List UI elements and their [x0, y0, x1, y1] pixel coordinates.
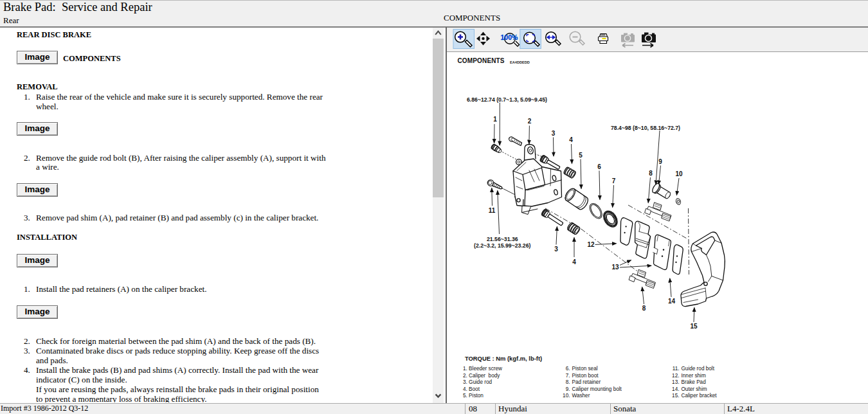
svg-text:8: 8 — [649, 170, 653, 177]
svg-text:100%: 100% — [501, 33, 519, 41]
svg-text:7: 7 — [612, 177, 616, 184]
svg-text:78.4~98 (8~10, 58.16~72.7): 78.4~98 (8~10, 58.16~72.7) — [611, 125, 680, 131]
svg-text:7.: 7. — [566, 373, 570, 379]
svg-text:2. Caliper body: 2. Caliper body — [463, 373, 500, 379]
svg-text:TORQUE : Nm (kgf.m, lb-ft): TORQUE : Nm (kgf.m, lb-ft) — [465, 355, 542, 362]
svg-text:EA4DDEDD: EA4DDEDD — [510, 60, 530, 64]
svg-text:3. Guide rod: 3. Guide rod — [463, 379, 493, 385]
svg-text:4. Boot: 4. Boot — [463, 386, 480, 392]
svg-text:COMPONENTS: COMPONENTS — [458, 57, 505, 64]
svg-text:Guide rod bolt: Guide rod bolt — [682, 366, 715, 372]
svg-text:2: 2 — [528, 118, 532, 125]
svg-text:4: 4 — [572, 258, 576, 266]
svg-text:Inner shim: Inner shim — [682, 373, 706, 379]
svg-text:Pad retainer: Pad retainer — [572, 379, 601, 385]
svg-text:Washer: Washer — [572, 393, 590, 399]
svg-text:13: 13 — [611, 264, 619, 271]
svg-text:12: 12 — [587, 241, 595, 248]
svg-text:Piston boot: Piston boot — [572, 373, 599, 379]
svg-text:8: 8 — [642, 305, 646, 312]
svg-text:15: 15 — [690, 323, 698, 330]
svg-text:13.: 13. — [672, 379, 679, 385]
svg-text:8.: 8. — [566, 379, 570, 385]
svg-text:12.: 12. — [672, 373, 679, 379]
svg-text:9: 9 — [658, 158, 662, 165]
svg-text:Caliper mounting bolt: Caliper mounting bolt — [572, 386, 622, 392]
svg-text:14.: 14. — [672, 386, 679, 392]
svg-text:3: 3 — [552, 130, 556, 137]
svg-text:5: 5 — [579, 152, 583, 159]
svg-text:9.: 9. — [566, 386, 570, 392]
svg-text:Brake Pad: Brake Pad — [682, 379, 707, 385]
svg-text:5. Piston: 5. Piston — [463, 393, 484, 399]
svg-text:Caliper bracket: Caliper bracket — [682, 393, 718, 399]
svg-text:11.: 11. — [673, 366, 680, 372]
svg-text:3: 3 — [554, 246, 558, 253]
svg-text:(2.2~3.2, 15.99~23.26): (2.2~3.2, 15.99~23.26) — [474, 242, 531, 249]
svg-text:21.56~31.36: 21.56~31.36 — [487, 236, 518, 242]
svg-text:6: 6 — [597, 163, 601, 170]
svg-text:11: 11 — [489, 207, 496, 214]
svg-text:10: 10 — [675, 170, 683, 177]
svg-text:14: 14 — [668, 298, 676, 305]
svg-text:6.: 6. — [566, 366, 570, 372]
svg-text:15.: 15. — [672, 393, 679, 399]
svg-text:Outer shim: Outer shim — [682, 386, 707, 392]
svg-text:6.86~12.74 (0.7~1.3, 5.09~9.45: 6.86~12.74 (0.7~1.3, 5.09~9.45) — [467, 96, 547, 103]
svg-text:1. Bleeder screw: 1. Bleeder screw — [463, 366, 502, 372]
svg-text:Piston seal: Piston seal — [572, 366, 598, 372]
svg-text:4: 4 — [569, 136, 573, 143]
svg-text:10.: 10. — [563, 393, 570, 399]
svg-text:1: 1 — [493, 116, 497, 123]
